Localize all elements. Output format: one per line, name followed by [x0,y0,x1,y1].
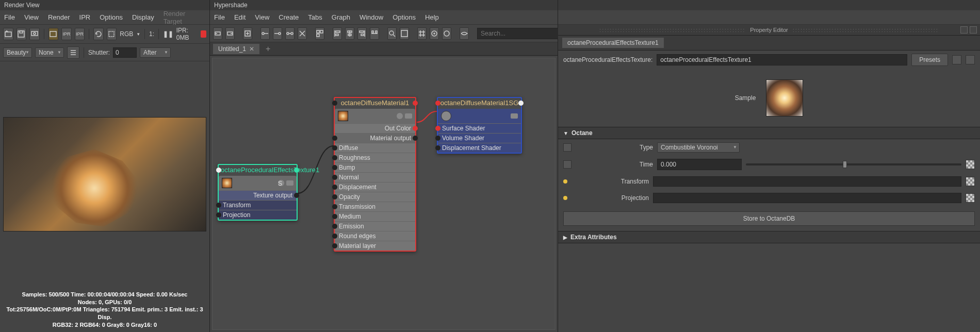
attr-icon[interactable] [563,160,571,169]
add-graph-icon[interactable] [243,27,252,40]
node-row-material-output[interactable]: Material output [335,133,415,143]
align-left-icon[interactable] [333,27,342,40]
map-button[interactable] [966,193,975,203]
hs-menu-options[interactable]: Options [393,13,416,21]
menu-options[interactable]: Options [100,13,123,21]
node-row-out-color[interactable]: Out Color [335,123,415,133]
node-row-roughness[interactable]: Roughness [335,153,415,162]
input-conn-icon[interactable] [260,27,270,40]
menu-display[interactable]: Display [132,13,154,21]
graph-out-icon[interactable] [225,27,235,40]
type-dropdown[interactable]: Combustible Voronoi [657,142,740,153]
slider-thumb[interactable] [843,161,847,168]
hs-menu-edit[interactable]: Edit [234,13,246,21]
menu-render[interactable]: Render [48,13,70,21]
map-button[interactable] [966,177,975,186]
add-tab-icon[interactable]: + [263,44,273,54]
output-port[interactable] [294,193,299,198]
refresh-icon[interactable] [93,28,104,40]
input-port[interactable] [332,194,337,200]
section-extra-attributes[interactable]: ▶ Extra Attributes [558,231,980,243]
output-port[interactable] [294,168,299,173]
input-port[interactable] [332,243,337,248]
input-port[interactable] [332,224,337,229]
property-tab[interactable]: octaneProceduralEffectsTexture1 [562,38,664,48]
input-port[interactable] [332,136,337,141]
node-row-opacity[interactable]: Opacity [335,192,415,202]
input-port[interactable] [435,136,440,141]
input-port[interactable] [332,214,337,219]
render-frame-icon[interactable] [48,28,59,40]
transform-field[interactable] [653,176,961,187]
close-icon[interactable]: ✕ [249,45,254,53]
hide-icon[interactable] [460,27,469,40]
list-icon[interactable] [67,46,79,59]
keyed-icon[interactable] [563,196,567,200]
node-editor-canvas[interactable]: octaneProceduralEffectsTexture1 S Textur… [212,58,556,330]
soloing-icon[interactable] [442,27,451,40]
input-port[interactable] [332,155,337,160]
hs-menu-window[interactable]: Window [360,13,383,21]
camera-dropdown[interactable]: None [35,47,64,58]
output-conn-icon[interactable] [273,27,282,40]
node-row-emission[interactable]: Emission [335,221,415,231]
node-row-transmission[interactable]: Transmission [335,202,415,211]
hypershade-search[interactable] [477,28,562,39]
solo-icon[interactable]: S [278,180,284,186]
zoom-icon[interactable] [387,27,397,40]
hs-menu-help[interactable]: Help [425,13,439,21]
align-center-icon[interactable] [345,27,354,40]
time-slider[interactable] [746,163,961,165]
restore-icon[interactable] [960,26,968,34]
ipr-stop-icon[interactable]: IPR [75,28,85,40]
save-image-icon[interactable] [17,28,27,40]
input-port[interactable] [332,234,337,239]
node-row-displacement-shader[interactable]: Displacement Shader [438,143,521,153]
hs-menu-graph[interactable]: Graph [332,13,350,21]
frame-all-icon[interactable] [400,27,409,40]
hs-menu-view[interactable]: View [255,13,269,21]
open-image-icon[interactable] [3,28,13,40]
show-hide-icon[interactable] [952,55,961,64]
menu-file[interactable]: File [4,13,15,21]
node-diffuse-material[interactable]: octaneDiffuseMaterial1 Out Color Materia… [334,97,416,252]
node-row-surface-shader[interactable]: Surface Shader [438,123,521,133]
store-octanedb-button[interactable]: Store to OctaneDB [563,211,975,226]
output-port[interactable] [413,126,418,131]
pass-dropdown[interactable]: Beauty [3,47,32,58]
node-procedural-texture[interactable]: octaneProceduralEffectsTexture1 S Textur… [218,164,298,221]
snap-icon[interactable] [430,27,439,40]
ipr-start-icon[interactable]: IPR [61,28,72,40]
input-port[interactable] [435,145,440,151]
map-button[interactable] [966,160,975,169]
input-port[interactable] [332,101,337,106]
input-port[interactable] [332,165,337,170]
node-row-projection[interactable]: Projection [219,210,297,220]
output-port[interactable] [518,101,524,106]
input-port[interactable] [216,212,221,218]
input-port[interactable] [332,204,337,209]
tab-untitled[interactable]: Untitled_1 ✕ [213,44,259,54]
node-row-transform[interactable]: Transform [219,200,297,210]
node-row-volume-shader[interactable]: Volume Shader [438,133,521,143]
chevron-down-icon[interactable]: ▼ [136,32,140,37]
hs-menu-create[interactable]: Create [279,13,299,21]
solo-icon[interactable] [397,113,403,119]
node-row-bump[interactable]: Bump [335,162,415,172]
projection-field[interactable] [653,193,961,203]
input-port[interactable] [216,168,221,173]
output-port[interactable] [413,136,418,141]
input-port[interactable] [332,175,337,180]
pause-icon[interactable]: ❚❚ [163,30,173,38]
sample-swatch[interactable] [766,79,803,117]
node-name-field[interactable] [657,54,907,65]
node-row-material-layer[interactable]: Material layer [335,241,415,251]
copy-tab-icon[interactable] [966,55,975,64]
node-shading-group[interactable]: octaneDiffuseMaterial1SG Surface Shader … [437,97,522,154]
align-right-icon[interactable] [357,27,367,40]
input-port[interactable] [332,185,337,190]
render-preview-image[interactable] [3,117,206,231]
shutter-input[interactable] [113,47,137,58]
input-port[interactable] [435,126,440,131]
section-octane[interactable]: ▼ Octane [558,127,980,139]
